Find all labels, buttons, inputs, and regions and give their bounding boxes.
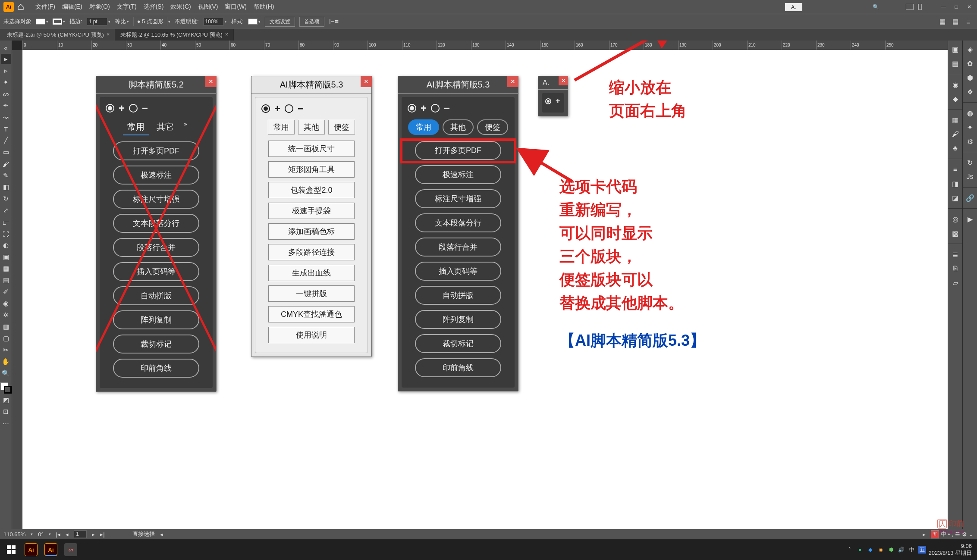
menu-type[interactable]: 文字(T) [114, 1, 139, 13]
radio-on-icon[interactable] [106, 104, 114, 113]
document-tab-2[interactable]: 未标题-2 @ 110.65 % (CMYK/CPU 预览)× [115, 29, 234, 41]
window-maximize[interactable]: □ [952, 3, 961, 11]
plugin-icon-9[interactable]: Js [964, 171, 976, 183]
color-mode-icon[interactable]: ◩ [1, 395, 11, 405]
pen-tool[interactable]: ✒ [1, 100, 11, 111]
edit-toolbar-icon[interactable]: ⋯ [1, 418, 11, 429]
btn-fast-bag[interactable]: 极速手提袋 [268, 203, 355, 219]
lasso-tool[interactable]: ᔕ [1, 89, 11, 99]
plugin-icon-7[interactable]: ⚙ [964, 135, 976, 147]
btn-size-mark[interactable]: 标注尺寸增强 [113, 190, 199, 209]
curvature-tool[interactable]: ↝ [1, 112, 11, 122]
stroke-panel-icon[interactable]: ≡ [949, 163, 961, 175]
symbol-sprayer-tool[interactable]: ✲ [1, 310, 11, 320]
collapse-icon[interactable]: « [1, 42, 11, 53]
btn-add-swatch[interactable]: 添加画稿色标 [268, 223, 355, 240]
btn-prepress-mark[interactable]: 印前角线 [415, 358, 501, 377]
brush-tool[interactable]: 🖌 [1, 159, 11, 169]
color-icon[interactable]: ◉ [949, 78, 961, 91]
menu-edit[interactable]: 编辑(E) [60, 1, 85, 13]
shaper-tool[interactable]: ✎ [1, 170, 11, 181]
tray-app3-icon[interactable]: ◉ [877, 546, 885, 554]
properties-icon[interactable]: ▣ [949, 43, 961, 55]
scale-tool[interactable]: ⤢ [1, 205, 11, 216]
mesh-tool[interactable]: ▦ [1, 263, 11, 274]
tab-common[interactable]: 常用 [123, 119, 149, 135]
width-tool[interactable]: ⫍ [1, 217, 11, 227]
artboard-nav-first[interactable]: |◂ [56, 531, 60, 538]
hand-tool[interactable]: ✋ [1, 357, 11, 367]
tray-volume-icon[interactable]: 🔊 [898, 546, 905, 554]
artboard-nav-prev[interactable]: ◂ [66, 531, 69, 538]
plugin-icon-3[interactable]: ⬢ [964, 72, 976, 84]
zoom-tool[interactable]: 🔍 [1, 368, 11, 379]
shape-builder-tool[interactable]: ◐ [1, 240, 11, 250]
btn-text-split[interactable]: 文本段落分行 [113, 214, 199, 233]
radio-on-icon[interactable] [261, 104, 270, 113]
stroke-weight-input[interactable] [87, 18, 107, 25]
btn-cmyk-pantone[interactable]: CMYK查找潘通色 [268, 306, 355, 322]
panel-mini-close[interactable]: ✕ [559, 76, 568, 85]
scroll-left-icon[interactable]: ◂ [160, 531, 163, 538]
plugin-icon-8[interactable]: ↻ [964, 156, 976, 169]
btn-open-pdf[interactable]: 打开多页PDF [113, 141, 199, 160]
workspace-layout2-icon[interactable] [918, 4, 922, 10]
system-clock[interactable]: 9:06 2023/8/13 星期日 [929, 543, 974, 556]
btn-para-merge[interactable]: 段落行合并 [415, 238, 501, 257]
opacity-input[interactable] [203, 18, 224, 25]
btn-auto-impose[interactable]: 自动拼版 [415, 286, 501, 305]
tab2-close-icon[interactable]: × [225, 31, 229, 39]
zoom-level[interactable]: 110.65% [3, 531, 25, 538]
btn-onekey-impose[interactable]: 一键拼版 [268, 285, 355, 302]
panel-v53-dark-close[interactable]: ✕ [507, 76, 518, 87]
brush-dropdown[interactable]: ● 5 点圆形 [133, 17, 167, 26]
btn-array-copy[interactable]: 阵列复制 [113, 310, 199, 329]
artboard-tool[interactable]: ▢ [1, 333, 11, 344]
rectangle-tool[interactable]: ▭ [1, 147, 11, 157]
tray-ime-zh-icon[interactable]: 中 [908, 546, 916, 554]
libraries-icon[interactable]: ▤ [949, 57, 961, 69]
menu-object[interactable]: 对象(O) [87, 1, 113, 13]
tab-common[interactable]: 常用 [408, 119, 439, 135]
btn-size-mark[interactable]: 标注尺寸增强 [415, 189, 501, 208]
btn-page-num[interactable]: 插入页码等 [415, 262, 501, 281]
gradient-tool[interactable]: ▤ [1, 275, 11, 285]
menu-view[interactable]: 视图(V) [195, 1, 221, 13]
magic-wand-tool[interactable]: ✦ [1, 77, 11, 88]
btn-auto-impose[interactable]: 自动拼版 [113, 286, 199, 305]
btn-quick-mark[interactable]: 极速标注 [113, 166, 199, 185]
tray-ime-wu-icon[interactable]: 五 [918, 546, 926, 554]
line-tool[interactable]: ╱ [1, 135, 11, 146]
slice-tool[interactable]: ✂ [1, 345, 11, 355]
document-tab-1[interactable]: 未标题-2.ai @ 50 % (CMYK/CPU 预览)× [2, 29, 115, 41]
taskbar-app-ai-1[interactable]: Ai [22, 541, 40, 558]
stroke-swatch[interactable] [53, 19, 62, 25]
opt-menu-icon[interactable]: ≡ [963, 16, 974, 27]
tray-app2-icon[interactable]: ◆ [867, 546, 874, 554]
prefs-button[interactable]: 首选项 [299, 17, 324, 27]
panel-v53-light-close[interactable]: ✕ [361, 76, 372, 87]
direct-selection-tool[interactable]: ▹ [1, 66, 11, 76]
blend-tool[interactable]: ◉ [1, 298, 11, 309]
tab-expand-icon[interactable]: » [182, 119, 190, 135]
tray-up-icon[interactable]: ˄ [846, 546, 854, 554]
tab-other[interactable]: 其他 [443, 119, 474, 135]
style-swatch[interactable] [248, 19, 258, 25]
align-icon[interactable]: ⊩≡ [329, 16, 339, 27]
opt-panel-icon[interactable]: ▤ [950, 16, 961, 27]
radio-off-icon[interactable] [285, 104, 293, 113]
plugin-icon-4[interactable]: ❖ [964, 86, 976, 98]
menu-window[interactable]: 窗口(W) [222, 1, 249, 13]
btn-open-pdf[interactable]: 打开多页PDF [415, 141, 501, 160]
tab-other[interactable]: 其他 [298, 120, 325, 135]
btn-crop-mark[interactable]: 裁切标记 [113, 335, 199, 354]
perspective-tool[interactable]: ▣ [1, 252, 11, 262]
tab-notes[interactable]: 便签 [477, 119, 508, 135]
tab-notes[interactable]: 便签 [328, 120, 355, 135]
appearance-icon[interactable]: ◎ [949, 213, 961, 225]
rotation[interactable]: 0° [38, 531, 43, 538]
plugin-icon-2[interactable]: ✿ [964, 57, 976, 69]
window-minimize[interactable]: — [939, 3, 948, 11]
btn-page-num[interactable]: 插入页码等 [113, 262, 199, 281]
doc-setup-button[interactable]: 文档设置 [265, 17, 295, 27]
